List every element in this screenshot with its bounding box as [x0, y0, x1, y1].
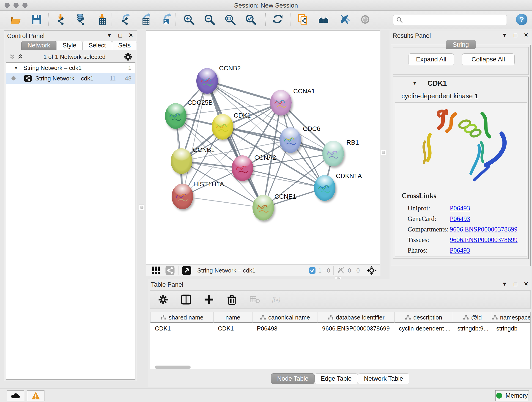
- grid-view-icon[interactable]: [151, 266, 161, 275]
- expand-all-button[interactable]: Expand All: [408, 53, 454, 65]
- zoom-in-icon[interactable]: [182, 13, 196, 26]
- export-image-icon[interactable]: [159, 13, 172, 26]
- network-node-cdk1[interactable]: [212, 114, 233, 140]
- search-input[interactable]: [403, 17, 501, 24]
- import-network-icon[interactable]: [54, 13, 67, 26]
- network-tree-row[interactable]: String Network – cdk1 11 48: [6, 73, 135, 84]
- tab-node-table[interactable]: Node Table: [271, 373, 315, 384]
- panel-close-icon[interactable]: ✕: [524, 32, 528, 38]
- column-header-description[interactable]: description: [394, 313, 453, 323]
- panel-float-icon[interactable]: ◻: [513, 281, 518, 287]
- crosslink-tissues-link[interactable]: 9606.ENSP00000378699: [450, 236, 518, 244]
- open-session-icon[interactable]: [9, 13, 22, 26]
- network-node-ccnb2[interactable]: [196, 68, 218, 94]
- trash-icon[interactable]: [226, 294, 238, 306]
- panel-collapse-icon[interactable]: ▼: [502, 281, 507, 287]
- crosslink-uniprot-link[interactable]: P06493: [450, 204, 470, 212]
- cloud-button[interactable]: [7, 390, 24, 401]
- panel-collapse-icon[interactable]: ▼: [107, 32, 112, 38]
- network-node-ccna2[interactable]: [232, 155, 253, 181]
- column-header-namespace[interactable]: namespace: [492, 313, 531, 323]
- tab-string[interactable]: String: [446, 40, 476, 49]
- panel-float-icon[interactable]: ◻: [118, 32, 123, 38]
- hidden-counts: 0 - 0: [348, 267, 360, 274]
- tab-sets[interactable]: Sets: [112, 41, 137, 50]
- tab-network-table[interactable]: Network Table: [358, 373, 409, 384]
- zoom-out-icon[interactable]: [203, 13, 216, 26]
- memory-label: Memory: [505, 392, 528, 399]
- collapse-triangle-icon[interactable]: ▼: [412, 81, 417, 86]
- table-cell[interactable]: stringdb:9...: [453, 323, 492, 333]
- memory-button[interactable]: Memory: [495, 390, 529, 401]
- column-header-database-identifier[interactable]: database identifier: [317, 313, 394, 323]
- panel-close-icon[interactable]: ✕: [524, 281, 528, 287]
- table-cell[interactable]: 9606.ENSP00000378699: [317, 323, 394, 333]
- selected-checkbox-icon[interactable]: [309, 267, 316, 274]
- column-header-name[interactable]: name: [213, 313, 252, 323]
- save-session-icon[interactable]: [30, 13, 43, 26]
- tab-style[interactable]: Style: [56, 41, 82, 50]
- zoom-fit-icon[interactable]: [223, 13, 237, 26]
- houses-icon[interactable]: [317, 13, 331, 26]
- table-cell[interactable]: cyclin-dependent ...: [394, 323, 453, 333]
- gene-card-header[interactable]: ▼ CDK1: [393, 77, 528, 90]
- panel-close-icon[interactable]: ✕: [128, 32, 133, 38]
- network-icon: [24, 74, 32, 83]
- first-neighbors-icon[interactable]: [297, 13, 310, 26]
- network-selection-text: 1 of 1 Network selected: [25, 53, 123, 61]
- network-node-cdc6[interactable]: [279, 127, 301, 153]
- network-tree-root-row[interactable]: ▼ String Network – cdk1 1: [6, 63, 135, 73]
- eye-slash-icon[interactable]: [338, 13, 351, 26]
- help-icon[interactable]: ?: [516, 14, 527, 25]
- network-node-ccne1[interactable]: [253, 195, 274, 220]
- zoom-selected-icon[interactable]: [244, 13, 257, 26]
- import-database-icon[interactable]: [75, 13, 88, 26]
- title-bar: Session: New Session: [0, 0, 532, 11]
- collapse-all-icon[interactable]: [9, 53, 17, 60]
- birdseye-navigator-icon[interactable]: [366, 265, 377, 276]
- crosslink-compartments-link[interactable]: 9606.ENSP00000378699: [450, 225, 518, 233]
- detach-view-icon[interactable]: [182, 265, 192, 275]
- table-cell[interactable]: stringdb: [492, 323, 531, 333]
- network-view-icon[interactable]: [165, 265, 175, 275]
- network-node-hist1h1a[interactable]: [172, 184, 193, 209]
- tree-expander-icon[interactable]: ▼: [14, 65, 18, 70]
- network-node-rb1[interactable]: [322, 141, 344, 166]
- gear-icon[interactable]: [123, 52, 133, 61]
- import-table-icon[interactable]: [95, 13, 108, 26]
- panel-collapse-icon[interactable]: ▼: [502, 32, 507, 38]
- network-node-ccnb1[interactable]: [171, 148, 192, 174]
- window-title: Session: New Session: [0, 2, 532, 9]
- column-header-canonical-name[interactable]: canonical name: [252, 313, 317, 323]
- network-node-cdkn1a[interactable]: [314, 175, 336, 201]
- export-network-icon[interactable]: [118, 13, 131, 26]
- column-header-shared-name[interactable]: shared name: [150, 313, 213, 323]
- left-splitter-handle[interactable]: [139, 204, 144, 210]
- collapse-all-button[interactable]: Collapse All: [462, 53, 515, 65]
- column-header--id[interactable]: @id: [453, 313, 492, 323]
- crosslink-pharos-link[interactable]: P06493: [450, 247, 470, 254]
- refresh-icon[interactable]: [272, 13, 285, 26]
- tab-network[interactable]: Network: [21, 41, 56, 50]
- tab-edge-table[interactable]: Edge Table: [315, 373, 358, 384]
- table-cell[interactable]: CDK1: [213, 323, 252, 333]
- gene-description: cyclin-dependent kinase 1: [393, 90, 528, 102]
- network-view[interactable]: CCNB2 CCNA1 CDC25B CDK1 CDC6: [146, 31, 380, 265]
- warning-button[interactable]: [27, 390, 44, 401]
- network-node-cdc25b[interactable]: [165, 103, 186, 129]
- gear-icon[interactable]: [157, 294, 169, 306]
- tab-select[interactable]: Select: [82, 41, 112, 50]
- expand-all-icon[interactable]: [17, 53, 25, 60]
- orb-icon[interactable]: [359, 13, 372, 26]
- add-icon[interactable]: [203, 294, 215, 306]
- toolbar-separator: [48, 13, 49, 26]
- panel-float-icon[interactable]: ◻: [513, 32, 518, 38]
- table-cell[interactable]: CDK1: [150, 323, 213, 333]
- right-splitter-handle[interactable]: [381, 150, 386, 155]
- table-cell[interactable]: P06493: [252, 323, 317, 333]
- table-horizontal-scrollbar[interactable]: [155, 366, 191, 369]
- columns-icon[interactable]: [180, 294, 192, 306]
- export-table-icon[interactable]: [139, 13, 152, 26]
- crosslink-genecard-link[interactable]: P06493: [450, 215, 470, 223]
- network-node-ccna1[interactable]: [270, 90, 292, 115]
